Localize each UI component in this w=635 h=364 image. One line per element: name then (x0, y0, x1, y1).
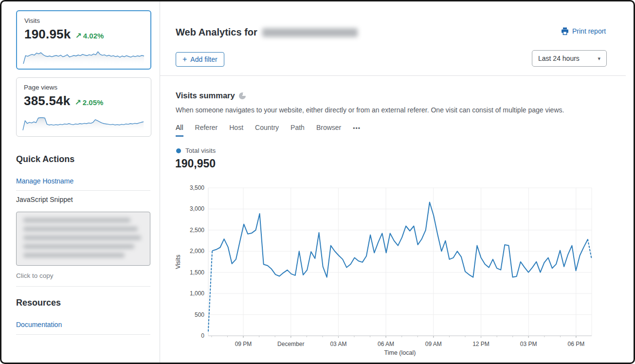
tab-all[interactable]: All (176, 124, 183, 137)
print-report-button[interactable]: Print report (561, 27, 606, 35)
trend-percent: 4.02% (83, 32, 104, 40)
visits-line-chart: 3,5003,0002,5002,0001,5001,000500009 PMD… (173, 182, 613, 363)
page-title: Web Analytics for (176, 27, 358, 38)
page-views-sparkline (22, 112, 144, 132)
visits-sparkline (23, 45, 145, 66)
plus-icon: + (182, 55, 187, 63)
legend-label: Total visits (185, 147, 216, 154)
svg-text:03 PM: 03 PM (520, 341, 537, 347)
tabs-more-button[interactable]: ••• (353, 124, 361, 137)
stat-card-value: 190.95k (24, 27, 71, 42)
tab-country[interactable]: Country (255, 124, 279, 137)
resources-title: Resources (16, 298, 61, 308)
snippet-code-block-redacted[interactable] (16, 212, 150, 266)
visits-summary-title-text: Visits summary (176, 91, 235, 100)
stat-card-visits[interactable]: Visits 190.95k ↗4.02% (16, 10, 151, 70)
svg-text:03 AM: 03 AM (330, 341, 346, 347)
printer-icon (561, 27, 569, 35)
sidebar-main-divider (160, 1, 160, 364)
trend-percent: 2.05% (83, 98, 104, 107)
svg-text:December: December (277, 341, 304, 347)
svg-text:1,500: 1,500 (190, 269, 204, 276)
time-range-select[interactable]: Last 24 hours ▾ (532, 50, 607, 67)
svg-text:1,000: 1,000 (190, 290, 204, 297)
manage-hostname-link[interactable]: Manage Hostname (16, 177, 73, 185)
svg-text:09 PM: 09 PM (235, 341, 252, 347)
tab-host[interactable]: Host (229, 124, 243, 137)
total-visits-value: 190,950 (175, 157, 216, 170)
chart-legend: Total visits (176, 147, 216, 154)
svg-text:Time (local): Time (local) (384, 349, 416, 356)
divider (16, 286, 150, 287)
quick-actions-title: Quick Actions (16, 154, 74, 164)
documentation-link[interactable]: Documentation (16, 321, 62, 328)
summary-tabs: All Referer Host Country Path Browser ••… (176, 124, 361, 137)
svg-text:Visits: Visits (175, 255, 181, 269)
trend-up-icon: ↗ (74, 98, 81, 107)
svg-text:2,000: 2,000 (190, 248, 204, 255)
stat-card-label: Visits (24, 17, 40, 24)
pie-chart-icon (239, 92, 246, 99)
svg-text:09 AM: 09 AM (425, 341, 442, 347)
header-divider (160, 75, 626, 76)
stat-card-page-views[interactable]: Page views 385.54k ↗2.05% (16, 77, 151, 137)
click-to-copy-hint: Click to copy (16, 272, 54, 279)
stat-card-value: 385.54k (24, 93, 70, 109)
time-range-value: Last 24 hours (538, 55, 580, 62)
svg-text:06 AM: 06 AM (378, 341, 394, 347)
divider (16, 334, 150, 335)
app-window: Visits 190.95k ↗4.02% Page views 385.54k… (0, 0, 635, 364)
add-filter-label: Add filter (190, 55, 217, 63)
svg-text:3,500: 3,500 (190, 184, 204, 191)
print-report-label: Print report (572, 27, 606, 35)
add-filter-button[interactable]: + Add filter (176, 52, 224, 67)
trend-badge: ↗2.05% (74, 98, 103, 107)
visits-summary-description: When someone navigates to your website, … (176, 106, 564, 114)
chevron-down-icon: ▾ (598, 55, 600, 62)
tab-path[interactable]: Path (290, 124, 305, 137)
visits-summary-title: Visits summary (176, 91, 246, 100)
javascript-snippet-label: JavaScript Snippet (16, 196, 73, 203)
svg-text:06 PM: 06 PM (568, 341, 585, 347)
svg-text:2,500: 2,500 (190, 227, 204, 234)
trend-up-icon: ↗ (75, 32, 81, 40)
tab-referer[interactable]: Referer (195, 124, 218, 137)
divider (16, 190, 150, 191)
tab-browser[interactable]: Browser (316, 124, 341, 137)
page-title-text: Web Analytics for (176, 27, 257, 38)
svg-text:0: 0 (201, 332, 204, 339)
svg-text:12 PM: 12 PM (472, 341, 490, 347)
site-domain-redacted (262, 28, 358, 37)
svg-text:500: 500 (195, 311, 204, 318)
legend-dot-icon (176, 148, 181, 153)
svg-text:3,000: 3,000 (190, 205, 204, 212)
stat-card-label: Page views (24, 84, 57, 91)
trend-badge: ↗4.02% (75, 31, 104, 40)
